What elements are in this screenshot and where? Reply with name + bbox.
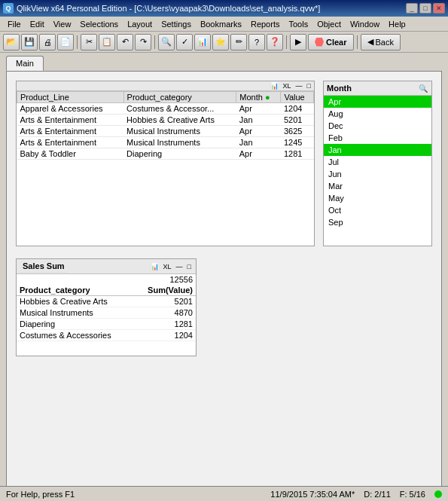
sales-col2-header: Sum(Value) bbox=[134, 285, 196, 296]
toolbar-sep4 bbox=[357, 35, 358, 49]
dt-xl-btn[interactable]: XL bbox=[282, 82, 293, 90]
menu-edit[interactable]: Edit bbox=[26, 18, 49, 30]
table-row[interactable]: Costumes & Accessories1204 bbox=[17, 330, 196, 341]
status-bar: For Help, press F1 11/9/2015 7:35:04 AM*… bbox=[0, 486, 448, 501]
month-list-item[interactable]: Oct bbox=[324, 204, 431, 216]
sales-data-table: Product_category Sum(Value) Hobbies & Cr… bbox=[17, 285, 196, 341]
col-product-line: Product_Line bbox=[17, 92, 124, 103]
menu-bookmarks[interactable]: Bookmarks bbox=[196, 18, 246, 30]
month-list-item[interactable]: Jan bbox=[324, 144, 431, 156]
menu-settings[interactable]: Settings bbox=[157, 18, 196, 30]
sales-maximize-btn[interactable]: □ bbox=[186, 263, 193, 270]
dt-maximize-btn[interactable]: □ bbox=[306, 82, 312, 90]
dt-toolbar: 📊 XL — □ bbox=[17, 81, 314, 91]
status-d-value: D: 2/11 bbox=[364, 490, 390, 499]
month-list-item[interactable]: Aug bbox=[324, 108, 431, 120]
month-list-item[interactable]: Sep bbox=[324, 216, 431, 228]
toolbar-arrow-btn[interactable]: ▶ bbox=[290, 34, 306, 50]
table-cell: Arts & Entertainment bbox=[17, 126, 124, 137]
toolbar-search-btn[interactable]: 🔍 bbox=[158, 34, 175, 50]
table-row[interactable]: Arts & EntertainmentMusical InstrumentsJ… bbox=[17, 137, 314, 148]
maximize-button[interactable]: □ bbox=[419, 3, 431, 14]
menu-tools[interactable]: Tools bbox=[284, 18, 312, 30]
table-row[interactable]: Arts & EntertainmentHobbies & Creative A… bbox=[17, 115, 314, 126]
status-right: 11/9/2015 7:35:04 AM* D: 2/11 F: 5/16 bbox=[270, 490, 442, 499]
toolbar-open-btn[interactable]: 📂 bbox=[3, 34, 20, 50]
toolbar-save-btn[interactable]: 💾 bbox=[21, 34, 38, 50]
toolbar-copy-btn[interactable]: 📄 bbox=[57, 34, 74, 50]
minimize-button[interactable]: _ bbox=[406, 3, 418, 14]
clear-button[interactable]: Clear bbox=[308, 34, 354, 50]
dt-minimize-btn[interactable]: — bbox=[294, 82, 304, 90]
menu-view[interactable]: View bbox=[49, 18, 76, 30]
dt-chart-btn[interactable]: 📊 bbox=[269, 82, 280, 90]
sales-chart-btn[interactable]: 📊 bbox=[149, 263, 160, 270]
title-bar-controls: _ □ ✕ bbox=[406, 3, 445, 14]
menu-window[interactable]: Window bbox=[346, 18, 384, 30]
month-indicator: ● bbox=[265, 93, 270, 102]
sales-xl-btn[interactable]: XL bbox=[162, 263, 173, 270]
sales-category-cell: Hobbies & Creative Arts bbox=[17, 296, 134, 307]
menu-object[interactable]: Object bbox=[312, 18, 346, 30]
sales-toolbar: Sales Sum 📊 XL — □ bbox=[17, 259, 196, 274]
table-cell: Arts & Entertainment bbox=[17, 115, 124, 126]
tab-main[interactable]: Main bbox=[6, 56, 44, 71]
toolbar-help-btn[interactable]: ? bbox=[248, 34, 265, 50]
menu-layout[interactable]: Layout bbox=[123, 18, 157, 30]
month-list-item[interactable]: May bbox=[324, 192, 431, 204]
toolbar-chart-btn[interactable]: 📊 bbox=[194, 34, 211, 50]
month-list-item[interactable]: Jun bbox=[324, 168, 431, 180]
title-bar-left: Q QlikView x64 Personal Edition - [C:\Us… bbox=[3, 3, 320, 14]
toolbar-paste-btn[interactable]: 📋 bbox=[99, 34, 115, 50]
tabs-area: Main bbox=[0, 53, 448, 71]
toolbar-star-btn[interactable]: ⭐ bbox=[212, 34, 229, 50]
table-row[interactable]: Musical Instruments4870 bbox=[17, 307, 196, 319]
title-bar: Q QlikView x64 Personal Edition - [C:\Us… bbox=[0, 0, 448, 17]
table-cell: Diapering bbox=[123, 148, 236, 160]
status-help-text: For Help, press F1 bbox=[6, 490, 75, 499]
month-list-container: Month 🔍 AprAugDecFebJanJulJunMarMayOctSe… bbox=[323, 81, 432, 246]
sales-category-cell: Musical Instruments bbox=[17, 307, 134, 319]
menu-bar: File Edit View Selections Layout Setting… bbox=[0, 17, 448, 32]
sales-category-cell: Costumes & Accessories bbox=[17, 330, 134, 341]
sales-category-cell: Diapering bbox=[17, 319, 134, 330]
toolbar-undo-btn[interactable]: ↶ bbox=[117, 34, 133, 50]
menu-selections[interactable]: Selections bbox=[75, 18, 123, 30]
table-row[interactable]: Baby & ToddlerDiaperingApr1281 bbox=[17, 148, 314, 160]
table-cell: Arts & Entertainment bbox=[17, 137, 124, 148]
month-list-item[interactable]: Feb bbox=[324, 132, 431, 144]
month-list-items: AprAugDecFebJanJulJunMarMayOctSep bbox=[324, 96, 431, 228]
table-cell: 1281 bbox=[281, 148, 314, 160]
table-row[interactable]: Apparel & AccessoriesCostumes & Accessor… bbox=[17, 103, 314, 115]
table-cell: Musical Instruments bbox=[123, 126, 236, 137]
toolbar-print-btn[interactable]: 🖨 bbox=[39, 34, 56, 50]
toolbar-sep1 bbox=[77, 35, 78, 49]
toolbar: 📂 💾 🖨 📄 ✂ 📋 ↶ ↷ 🔍 ✓ 📊 ⭐ ✏ ? ❓ ▶ Clear ◀ … bbox=[0, 32, 448, 53]
sales-value-cell: 1281 bbox=[134, 319, 196, 330]
month-list-item[interactable]: Dec bbox=[324, 120, 431, 132]
toolbar-info-btn[interactable]: ❓ bbox=[267, 34, 283, 50]
back-button[interactable]: ◀ Back bbox=[361, 34, 401, 50]
month-list-item[interactable]: Mar bbox=[324, 180, 431, 192]
sales-minimize-btn[interactable]: — bbox=[175, 263, 184, 270]
sales-total: 12556 bbox=[17, 274, 196, 285]
month-search-icon[interactable]: 🔍 bbox=[418, 83, 428, 93]
col-month: Month ● bbox=[236, 92, 281, 103]
menu-reports[interactable]: Reports bbox=[246, 18, 285, 30]
table-cell: 1245 bbox=[281, 137, 314, 148]
toolbar-edit-btn[interactable]: ✏ bbox=[230, 34, 247, 50]
sales-col1-header: Product_category bbox=[17, 285, 134, 296]
table-cell: Musical Instruments bbox=[123, 137, 236, 148]
toolbar-redo-btn[interactable]: ↷ bbox=[135, 34, 151, 50]
month-list-item[interactable]: Jul bbox=[324, 156, 431, 168]
table-row[interactable]: Hobbies & Creative Arts5201 bbox=[17, 296, 196, 307]
menu-file[interactable]: File bbox=[3, 18, 26, 30]
menu-help[interactable]: Help bbox=[384, 18, 410, 30]
month-list-item[interactable]: Apr bbox=[324, 96, 431, 108]
table-row[interactable]: Arts & EntertainmentMusical InstrumentsA… bbox=[17, 126, 314, 137]
table-row[interactable]: Diapering1281 bbox=[17, 319, 196, 330]
toolbar-cut-btn[interactable]: ✂ bbox=[81, 34, 97, 50]
close-button[interactable]: ✕ bbox=[433, 3, 445, 14]
data-table-container: 📊 XL — □ Product_Line Product_category M… bbox=[16, 81, 315, 246]
toolbar-check-btn[interactable]: ✓ bbox=[176, 34, 193, 50]
